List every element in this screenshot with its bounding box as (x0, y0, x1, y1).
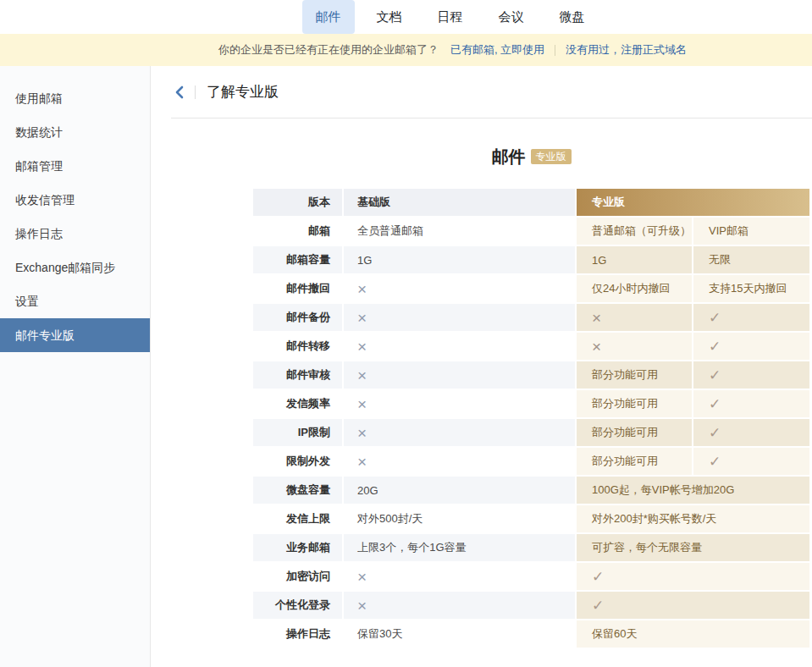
header-version: 版本 (253, 189, 342, 216)
notice-divider (555, 45, 555, 56)
header-basic: 基础版 (344, 189, 575, 216)
table-row: 限制外发×部分功能可用✓ (253, 448, 809, 475)
section-title: 邮件专业版 (253, 146, 809, 168)
cell-pro-1: 仅24小时内撤回 (577, 275, 692, 302)
cell-label: IP限制 (253, 419, 342, 446)
check-icon: ✓ (592, 570, 604, 584)
sidebar-item-operation-log[interactable]: 操作日志 (0, 217, 150, 251)
cell-basic: 对外500封/天 (344, 505, 575, 532)
cell-pro-1: × (577, 304, 692, 331)
cell-pro-1: 部分功能可用 (577, 390, 692, 417)
sidebar: 使用邮箱数据统计邮箱管理收发信管理操作日志Exchange邮箱同步设置邮件专业版 (0, 66, 151, 667)
cell-pro-2: 无限 (693, 246, 809, 273)
cross-icon: × (357, 598, 367, 614)
cross-icon: × (592, 310, 601, 326)
cell-pro-2: ✓ (693, 390, 809, 417)
notice-link-register[interactable]: 没有用过，注册正式域名 (566, 42, 687, 58)
cell-basic: × (344, 419, 575, 446)
sidebar-item-mailbox-management[interactable]: 邮箱管理 (0, 149, 150, 183)
table-row: 个性化登录×✓ (253, 592, 809, 619)
cell-label: 邮件撤回 (253, 275, 342, 302)
table-row: 邮件备份××✓ (253, 304, 809, 331)
tab-schedule[interactable]: 日程 (424, 0, 477, 34)
table-row: 操作日志保留30天保留60天 (253, 620, 809, 648)
cell-basic: × (344, 333, 575, 360)
cell-label: 微盘容量 (253, 477, 342, 504)
cell-pro-2: ✓ (693, 304, 809, 331)
cross-icon: × (357, 367, 367, 383)
sidebar-item-use-mailbox[interactable]: 使用邮箱 (0, 81, 150, 115)
cell-basic: 20G (344, 477, 575, 504)
back-icon[interactable] (173, 85, 186, 99)
cell-label: 邮箱 (253, 218, 342, 245)
sidebar-item-data-stats[interactable]: 数据统计 (0, 115, 150, 149)
table-row: IP限制×部分功能可用✓ (253, 419, 809, 446)
cell-label: 限制外发 (253, 448, 342, 475)
cell-pro-1: ✓ (577, 563, 809, 590)
header-pro: 专业版 (577, 189, 809, 216)
cell-label: 邮箱容量 (253, 246, 342, 273)
table-row: 发信频率×部分功能可用✓ (253, 390, 809, 417)
sidebar-item-send-receive-management[interactable]: 收发信管理 (0, 183, 150, 217)
cross-icon: × (357, 425, 367, 441)
cell-pro-1: 可扩容，每个无限容量 (577, 534, 809, 561)
cell-pro-2: VIP邮箱 (693, 218, 809, 245)
table-header-row: 版本基础版专业版 (253, 189, 809, 216)
tab-docs[interactable]: 文档 (363, 0, 416, 34)
cell-pro-1: 1G (577, 246, 692, 273)
check-icon: ✓ (709, 455, 721, 469)
cell-basic: × (344, 563, 575, 590)
cell-pro-2: ✓ (693, 419, 809, 446)
sidebar-item-settings[interactable]: 设置 (0, 284, 150, 318)
header-rule (171, 118, 812, 119)
cell-label: 加密访问 (253, 563, 342, 590)
cell-pro-1: ✓ (577, 592, 809, 619)
check-icon: ✓ (709, 397, 721, 411)
cell-basic: × (344, 592, 575, 619)
sidebar-item-exchange-sync[interactable]: Exchange邮箱同步 (0, 251, 150, 284)
cell-pro-2: ✓ (693, 361, 809, 389)
header-divider (195, 85, 196, 99)
cell-pro-1: × (577, 333, 692, 360)
cell-basic: × (344, 361, 575, 389)
cross-icon: × (357, 339, 367, 355)
cell-pro-1: 保留60天 (577, 620, 809, 648)
page-title: 了解专业版 (207, 82, 279, 102)
table-row: 邮箱全员普通邮箱普通邮箱（可升级）VIP邮箱 (253, 218, 809, 245)
tab-drive[interactable]: 微盘 (546, 0, 599, 34)
cell-pro-1: 部分功能可用 (577, 419, 692, 446)
check-icon: ✓ (709, 339, 721, 354)
table-row: 邮件审核×部分功能可用✓ (253, 361, 809, 389)
cross-icon: × (592, 339, 601, 355)
check-icon: ✓ (592, 598, 604, 613)
cross-icon: × (357, 396, 367, 412)
top-nav: 邮件文档日程会议微盘 (0, 0, 812, 34)
cell-basic: × (344, 275, 575, 302)
cross-icon: × (357, 281, 367, 297)
cell-pro-1: 普通邮箱（可升级） (577, 218, 692, 245)
cell-label: 发信上限 (253, 505, 342, 532)
check-icon: ✓ (709, 426, 721, 440)
table-row: 加密访问×✓ (253, 563, 809, 590)
cell-pro-2: ✓ (693, 448, 809, 475)
cell-basic: × (344, 304, 575, 331)
cell-label: 业务邮箱 (253, 534, 342, 561)
notice-bar: 你的企业是否已经有正在使用的企业邮箱了？ 已有邮箱, 立即使用 没有用过，注册正… (0, 34, 812, 66)
cell-label: 发信频率 (253, 390, 342, 417)
table-row: 邮件转移××✓ (253, 333, 809, 360)
tab-meeting[interactable]: 会议 (485, 0, 538, 34)
cross-icon: × (357, 310, 367, 326)
table-row: 发信上限对外500封/天对外200封*购买帐号数/天 (253, 505, 809, 532)
cell-pro-2: ✓ (693, 333, 809, 360)
tab-mail[interactable]: 邮件 (302, 0, 355, 34)
notice-link-existing[interactable]: 已有邮箱, 立即使用 (450, 42, 544, 58)
comparison-table: 版本基础版专业版邮箱全员普通邮箱普通邮箱（可升级）VIP邮箱邮箱容量1G1G无限… (253, 189, 809, 648)
table-row: 业务邮箱上限3个，每个1G容量可扩容，每个无限容量 (253, 534, 809, 561)
notice-question: 你的企业是否已经有正在使用的企业邮箱了？ (218, 42, 439, 58)
section-title-text: 邮件 (492, 147, 526, 166)
cell-pro-1: 部分功能可用 (577, 448, 692, 475)
table-row: 微盘容量20G100G起，每VIP帐号增加20G (253, 477, 809, 504)
sidebar-item-mail-pro[interactable]: 邮件专业版 (0, 318, 150, 352)
cell-label: 邮件备份 (253, 304, 342, 331)
cell-label: 操作日志 (253, 620, 342, 648)
